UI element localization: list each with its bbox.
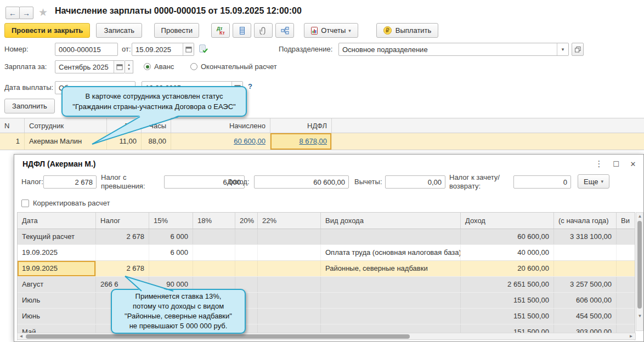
col-n[interactable]: N <box>0 118 25 133</box>
tax-table-cell[interactable] <box>554 261 617 276</box>
cell-n[interactable]: 1 <box>0 133 25 150</box>
write-button[interactable]: Записать <box>96 23 142 38</box>
col-income-kind[interactable]: Вид дохода <box>321 213 461 229</box>
department-combo[interactable]: Основное подразделение ▾ <box>338 43 569 56</box>
post-and-close-button[interactable]: Провести и закрыть <box>4 23 90 38</box>
tax-table-cell[interactable]: 19.09.2025 <box>18 245 96 260</box>
advance-radio[interactable] <box>144 63 151 70</box>
tax-table-cell[interactable] <box>617 229 635 244</box>
register-list-button[interactable] <box>233 23 251 38</box>
tax-table-cell[interactable] <box>193 245 235 260</box>
tax-table-row[interactable]: Текущий расчет2 6786 00060 600,003 318 1… <box>18 229 635 245</box>
offset-tax-input[interactable]: 0 <box>513 175 571 189</box>
accrued-link[interactable]: 60 600,00 <box>234 137 265 145</box>
tax-table-cell[interactable] <box>258 309 321 324</box>
scroll-down-icon[interactable]: ▼ <box>636 312 643 320</box>
tax-table-cell[interactable]: Август <box>18 277 96 292</box>
tax-table-cell[interactable] <box>321 293 461 308</box>
col-18[interactable]: 18% <box>193 213 235 229</box>
tax-input[interactable]: 2 678 <box>43 175 97 189</box>
tax-table-cell[interactable] <box>258 277 321 292</box>
tax-table-cell[interactable] <box>258 229 321 244</box>
deductions-input[interactable]: 0,00 <box>385 175 445 189</box>
reports-button[interactable]: Отчеты ▾ <box>304 23 358 38</box>
tax-table-cell[interactable] <box>193 229 235 244</box>
tax-table-cell[interactable] <box>235 245 258 260</box>
col-22[interactable]: 22% <box>258 213 321 229</box>
tax-table-cell[interactable] <box>258 261 321 276</box>
col-tax[interactable]: Налог <box>96 213 149 229</box>
col-income[interactable]: Доход <box>461 213 554 229</box>
tax-table-cell[interactable] <box>554 245 617 260</box>
calendar-icon[interactable] <box>114 61 125 73</box>
tax-table-cell[interactable]: 606 000,00 <box>554 293 617 308</box>
dtkt-button[interactable]: ДтКт <box>211 23 230 38</box>
tax-table-cell[interactable]: 3 257 500,00 <box>554 277 617 292</box>
help-icon[interactable]: ? <box>248 82 252 90</box>
structure-button[interactable] <box>275 23 294 38</box>
col-ytd[interactable]: (с начала года) <box>554 213 617 229</box>
tax-table-cell[interactable]: Оплата труда (основная налоговая база) <box>321 245 461 260</box>
calendar-icon[interactable] <box>183 43 194 55</box>
horizontal-scroll-thumb[interactable] <box>26 334 410 339</box>
tax-table-cell[interactable]: 6 000 <box>149 245 193 260</box>
tax-table-cell[interactable] <box>617 293 635 308</box>
kebab-icon[interactable]: ⋮ <box>593 158 605 169</box>
horizontal-scrollbar[interactable]: ◄ ► <box>17 333 636 340</box>
tax-table-cell[interactable]: 2 678 <box>96 229 149 244</box>
tax-table-cell[interactable]: 454 500,00 <box>554 309 617 324</box>
col-20[interactable]: 20% <box>235 213 258 229</box>
tax-table-cell[interactable] <box>321 229 461 244</box>
col-ndfl[interactable]: НДФЛ <box>270 118 332 133</box>
tax-table-cell[interactable] <box>617 277 635 292</box>
tax-table-row[interactable]: 19.09.20256 000Оплата труда (основная на… <box>18 245 635 261</box>
tax-table-cell[interactable] <box>617 261 635 276</box>
fill-button[interactable]: Заполнить <box>4 99 55 113</box>
period-stepper[interactable]: ▴ ▾ <box>125 60 133 73</box>
tax-table-cell[interactable]: 151 500,00 <box>461 293 554 308</box>
tax-table-row[interactable]: Июнь151 500,00454 500,00 <box>18 309 635 324</box>
scroll-left-icon[interactable]: ◄ <box>18 333 25 340</box>
tax-table-cell[interactable] <box>193 261 235 276</box>
tax-table-cell[interactable]: 19.09.2025 <box>18 261 96 276</box>
ndfl-link[interactable]: 8 678,00 <box>299 137 327 145</box>
tax-table-cell[interactable] <box>235 229 258 244</box>
forward-button[interactable]: → <box>19 7 33 19</box>
doc-date-input[interactable]: 15.09.2025 <box>132 43 194 56</box>
final-calc-radio[interactable] <box>190 63 197 70</box>
tax-table-cell[interactable]: 3 318 100,00 <box>554 229 617 244</box>
vertical-scroll-thumb[interactable] <box>637 221 642 309</box>
tax-table-cell[interactable]: Районные, северные надбавки <box>321 261 461 276</box>
adjust-calc-checkbox[interactable] <box>21 200 29 207</box>
tax-table-cell[interactable]: 60 600,00 <box>461 229 554 244</box>
tax-table-cell[interactable]: 151 500,00 <box>461 309 554 324</box>
col-15[interactable]: 15% <box>149 213 193 229</box>
tax-table-cell[interactable]: 40 000,00 <box>461 245 554 260</box>
close-icon[interactable]: ✕ <box>627 158 639 169</box>
tax-table-cell[interactable]: Июнь <box>18 309 96 324</box>
cell-ndfl-selected[interactable]: 8 678,00 <box>270 133 332 150</box>
vertical-scrollbar[interactable]: ▲ ▼ <box>636 212 643 331</box>
tax-table-cell[interactable] <box>321 277 461 292</box>
open-department-button[interactable] <box>572 43 584 56</box>
scroll-right-icon[interactable]: ► <box>628 333 635 340</box>
tax-table-cell[interactable]: 20 600,00 <box>461 261 554 276</box>
chevron-down-icon[interactable]: ▾ <box>557 43 568 55</box>
tax-table-cell[interactable]: 2 651 500,00 <box>461 277 554 292</box>
attachments-button[interactable] <box>254 23 273 38</box>
maximize-icon[interactable]: ☐ <box>610 158 622 169</box>
tax-table-cell[interactable] <box>235 261 258 276</box>
more-button[interactable]: Еще▾ <box>578 174 609 189</box>
scroll-up-icon[interactable]: ▲ <box>636 213 643 220</box>
pay-button[interactable]: ₽ Выплатить <box>376 23 439 38</box>
col-date[interactable]: Дата <box>18 213 96 229</box>
number-input[interactable]: 0000-000015 <box>55 43 118 56</box>
tax-table-cell[interactable] <box>96 245 149 260</box>
tax-table-cell[interactable]: 6 000 <box>149 229 193 244</box>
post-button[interactable]: Провести <box>154 23 199 38</box>
back-button[interactable]: ← <box>5 7 20 19</box>
salary-for-input[interactable]: Сентябрь 2025 <box>55 60 125 73</box>
tax-table-cell[interactable] <box>258 245 321 260</box>
tax-table-cell[interactable] <box>617 309 635 324</box>
tax-table-cell[interactable]: Текущий расчет <box>18 229 96 244</box>
